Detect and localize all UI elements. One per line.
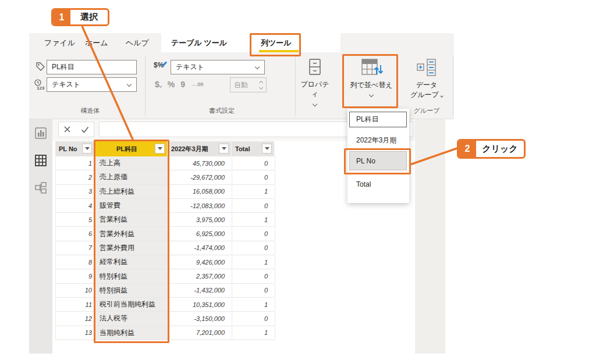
- cell-pl-item[interactable]: 経常利益: [95, 255, 168, 269]
- cell-pl-no[interactable]: 6: [56, 227, 95, 240]
- properties-button[interactable]: プロパティ: [298, 58, 332, 108]
- cell-total[interactable]: 0: [232, 269, 275, 283]
- cell-pl-item[interactable]: 売上原価: [95, 170, 168, 184]
- thousands-separator-icon[interactable]: 9: [180, 80, 185, 89]
- cell-total[interactable]: 1: [232, 213, 275, 226]
- cell-pl-no[interactable]: 2: [56, 170, 95, 184]
- cell-fy-value[interactable]: 2,357,000: [168, 269, 232, 283]
- cell-total[interactable]: 0: [232, 199, 275, 212]
- dropdown-item-total[interactable]: Total: [347, 177, 409, 192]
- cell-fy-value[interactable]: -3,150,000: [168, 312, 232, 325]
- cell-total[interactable]: 0: [232, 312, 275, 325]
- cell-fy-value[interactable]: -1,432,000: [168, 284, 232, 297]
- cell-fy-value[interactable]: 3,975,000: [168, 213, 232, 226]
- header-pl-no[interactable]: PL No: [55, 141, 95, 156]
- cell-pl-item[interactable]: 法人税等: [95, 312, 168, 325]
- cell-total[interactable]: 1: [232, 185, 275, 198]
- dropdown-item-fy2022[interactable]: 2022年3月期: [347, 133, 409, 148]
- data-type-select[interactable]: テキスト: [47, 77, 137, 92]
- cell-pl-no[interactable]: 1: [56, 156, 95, 170]
- commit-icon[interactable]: [81, 126, 89, 133]
- cell-pl-item[interactable]: 当期純利益: [95, 326, 168, 340]
- cell-total[interactable]: 0: [232, 156, 275, 170]
- filter-button-pl-no[interactable]: [82, 144, 92, 154]
- dropdown-item-pl-no[interactable]: PL No: [349, 151, 407, 170]
- cell-pl-item[interactable]: 営業利益: [95, 213, 168, 226]
- cell-fy-value[interactable]: 16,058,000: [168, 185, 232, 198]
- header-total[interactable]: Total: [232, 141, 275, 156]
- cell-pl-no[interactable]: 8: [56, 255, 95, 269]
- decimal-places-spinner[interactable]: 自動: [230, 77, 267, 92]
- decimal-places-icon[interactable]: →.00: [191, 81, 204, 87]
- table-row[interactable]: 10 特別損益 -1,432,000 0: [56, 284, 275, 298]
- filter-button-pl-item[interactable]: [155, 144, 165, 154]
- cell-pl-no[interactable]: 7: [56, 241, 95, 255]
- table-row[interactable]: 11 税引前当期純利益 10,351,000 1: [56, 298, 275, 312]
- cell-pl-no[interactable]: 4: [56, 199, 95, 212]
- cell-fy-value[interactable]: 9,426,000: [168, 255, 232, 269]
- cell-pl-no[interactable]: 12: [56, 312, 95, 325]
- filter-button-fy2022[interactable]: [219, 144, 229, 154]
- cell-total[interactable]: 1: [232, 326, 275, 340]
- cell-pl-no[interactable]: 9: [56, 269, 95, 283]
- cell-pl-item[interactable]: 売上高: [95, 156, 168, 170]
- header-pl-item-selected[interactable]: PL科目: [95, 141, 168, 156]
- cancel-icon[interactable]: [63, 126, 71, 133]
- cell-fy-value[interactable]: 45,730,000: [168, 156, 232, 170]
- spinner-arrows[interactable]: [260, 81, 262, 89]
- cell-pl-item[interactable]: 税引前当期純利益: [95, 298, 168, 311]
- cell-pl-item[interactable]: 営業外利益: [95, 227, 168, 240]
- table-row[interactable]: 4 販管費 -12,083,000 0: [56, 199, 275, 213]
- cell-pl-no[interactable]: 11: [56, 298, 95, 311]
- group-label-format: 書式設定: [155, 106, 289, 115]
- filter-button-total[interactable]: [262, 144, 272, 154]
- cell-fy-value[interactable]: 10,351,000: [168, 298, 232, 311]
- cell-total[interactable]: 0: [232, 227, 275, 240]
- currency-format-icon[interactable]: $: [155, 80, 162, 89]
- tab-help[interactable]: ヘルプ: [122, 33, 152, 52]
- percent-format-icon[interactable]: %: [168, 80, 175, 89]
- table-row[interactable]: 7 営業外費用 -1,474,000 0: [56, 241, 275, 255]
- cell-total[interactable]: 1: [232, 255, 275, 269]
- header-fy2022[interactable]: 2022年3月期: [168, 141, 232, 156]
- cell-pl-no[interactable]: 3: [56, 185, 95, 198]
- cell-total[interactable]: 0: [232, 241, 275, 255]
- callout-step1-number: 1: [53, 10, 70, 24]
- data-group-button[interactable]: データ グループ: [406, 58, 447, 100]
- cell-pl-item[interactable]: 特別損益: [95, 284, 168, 297]
- data-view-icon[interactable]: [34, 154, 47, 167]
- cell-pl-item[interactable]: 販管費: [95, 199, 168, 212]
- table-row[interactable]: 6 営業外利益 6,925,000 0: [56, 227, 275, 241]
- tab-home[interactable]: ホーム: [81, 33, 112, 52]
- table-row[interactable]: 1 売上高 45,730,000 0: [56, 156, 275, 170]
- cell-pl-item[interactable]: 売上総利益: [95, 185, 168, 198]
- cell-pl-item[interactable]: 特別利益: [95, 269, 168, 283]
- tab-table-tools[interactable]: テーブル ツール: [168, 33, 230, 52]
- cell-fy-value[interactable]: 7,201,000: [168, 326, 232, 340]
- sort-by-column-button[interactable]: 列で並べ替え: [345, 58, 398, 98]
- format-select[interactable]: テキスト: [171, 60, 265, 74]
- table-row[interactable]: 3 売上総利益 16,058,000 1: [56, 185, 275, 199]
- report-view-icon[interactable]: [34, 127, 47, 140]
- cell-fy-value[interactable]: 6,925,000: [168, 227, 232, 240]
- cell-pl-no[interactable]: 13: [56, 326, 95, 340]
- cell-fy-value[interactable]: -12,083,000: [168, 199, 232, 212]
- table-row[interactable]: 8 経常利益 9,426,000 1: [56, 255, 275, 269]
- tab-file[interactable]: ファイル: [41, 33, 79, 52]
- cell-fy-value[interactable]: -29,672,000: [168, 170, 232, 184]
- cell-pl-no[interactable]: 5: [56, 213, 95, 226]
- table-row[interactable]: 13 当期純利益 7,201,000 1: [56, 326, 275, 340]
- column-name-input[interactable]: PL科目: [47, 60, 137, 74]
- dropdown-item-pl-item[interactable]: PL科目: [349, 112, 407, 127]
- table-row[interactable]: 5 営業利益 3,975,000 1: [56, 213, 275, 227]
- model-view-icon[interactable]: [34, 181, 47, 194]
- cell-pl-no[interactable]: 10: [56, 284, 95, 297]
- table-row[interactable]: 12 法人税等 -3,150,000 0: [56, 312, 275, 326]
- cell-fy-value[interactable]: -1,474,000: [168, 241, 232, 255]
- cell-total[interactable]: 0: [232, 170, 275, 184]
- table-row[interactable]: 9 特別利益 2,357,000 0: [56, 269, 275, 283]
- cell-pl-item[interactable]: 営業外費用: [95, 241, 168, 255]
- cell-total[interactable]: 0: [232, 284, 275, 297]
- table-row[interactable]: 2 売上原価 -29,672,000 0: [56, 170, 275, 184]
- cell-total[interactable]: 1: [232, 298, 275, 311]
